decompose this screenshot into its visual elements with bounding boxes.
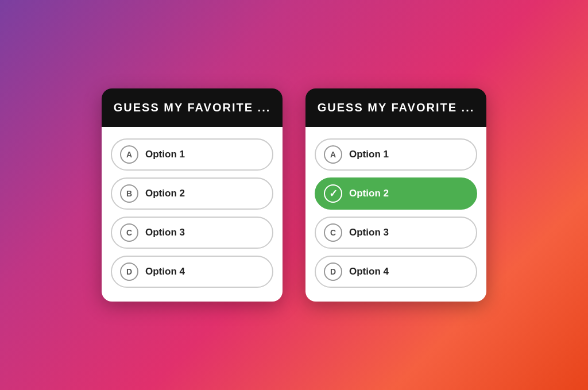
option-letter-a: A — [120, 145, 138, 164]
quiz-card-1: GUESS MY FAVORITE ...AOption 1BOption 2C… — [102, 88, 283, 302]
option-letter-c: C — [120, 223, 138, 242]
option-text-c: Option 3 — [349, 227, 389, 238]
card-body: AOption 1✓Option 2COption 3DOption 4 — [305, 127, 486, 302]
option-row-b[interactable]: ✓Option 2 — [315, 177, 477, 210]
option-row-c[interactable]: COption 3 — [111, 217, 273, 249]
option-row-d[interactable]: DOption 4 — [315, 256, 477, 288]
option-text-a: Option 1 — [145, 149, 185, 160]
option-row-b[interactable]: BOption 2 — [111, 177, 273, 210]
option-text-b: Option 2 — [349, 188, 389, 199]
card-title: GUESS MY FAVORITE ... — [111, 101, 273, 114]
option-text-d: Option 4 — [145, 266, 185, 277]
option-row-a[interactable]: AOption 1 — [315, 138, 477, 171]
option-text-d: Option 4 — [349, 266, 389, 277]
option-letter-b: ✓ — [324, 184, 342, 203]
option-text-a: Option 1 — [349, 149, 389, 160]
card-header: GUESS MY FAVORITE ... — [305, 88, 486, 127]
option-row-a[interactable]: AOption 1 — [111, 138, 273, 171]
card-body: AOption 1BOption 2COption 3DOption 4 — [102, 127, 283, 302]
cards-container: GUESS MY FAVORITE ...AOption 1BOption 2C… — [102, 88, 486, 302]
option-text-c: Option 3 — [145, 227, 185, 238]
option-letter-d: D — [120, 262, 138, 281]
quiz-card-2: GUESS MY FAVORITE ...AOption 1✓Option 2C… — [305, 88, 486, 302]
option-letter-c: C — [324, 223, 342, 242]
option-row-d[interactable]: DOption 4 — [111, 256, 273, 288]
option-letter-a: A — [324, 145, 342, 164]
option-row-c[interactable]: COption 3 — [315, 217, 477, 249]
card-title: GUESS MY FAVORITE ... — [315, 101, 477, 114]
card-header: GUESS MY FAVORITE ... — [102, 88, 283, 127]
option-letter-d: D — [324, 262, 342, 281]
option-letter-b: B — [120, 184, 138, 203]
option-text-b: Option 2 — [145, 188, 185, 199]
